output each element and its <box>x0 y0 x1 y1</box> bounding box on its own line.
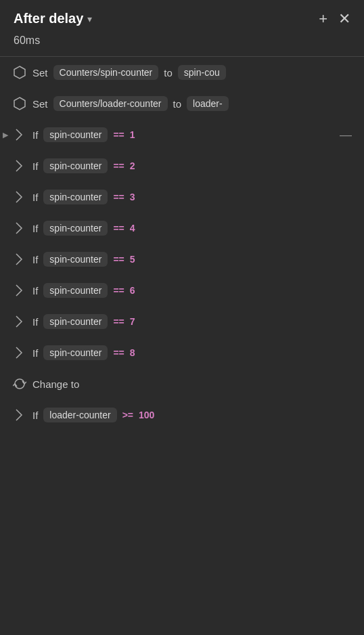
if-variable-7[interactable]: spin-counter <box>43 314 108 329</box>
set-variable-2[interactable]: Counters/loader-counter <box>53 96 168 111</box>
sync-icon <box>12 376 27 391</box>
if-spin-7-row: If spin-counter == 7 <box>0 306 364 337</box>
if-value-1: 1 <box>130 129 135 140</box>
if-keyword-7: If <box>32 316 38 328</box>
set-preposition-2: to <box>173 98 182 110</box>
set-preposition-1: to <box>164 67 173 79</box>
branch-icon-5 <box>12 252 27 267</box>
branch-icon-4 <box>12 221 27 236</box>
if-spin-5-row: If spin-counter == 5 <box>0 244 364 275</box>
branch-icon-8 <box>12 345 27 360</box>
change-to-row: Change to <box>0 368 364 399</box>
if-spin-4-row: If spin-counter == 4 <box>0 213 364 244</box>
if-keyword-4: If <box>32 223 38 234</box>
if-variable-2[interactable]: spin-counter <box>43 158 108 173</box>
row-end-dash-1[interactable]: — <box>340 128 352 142</box>
branch-icon-2 <box>12 158 27 173</box>
collapse-arrow-1[interactable]: ▶ <box>3 131 8 139</box>
if-keyword-1: If <box>32 129 38 141</box>
if-value-2: 2 <box>130 160 135 171</box>
if-spin-1-row: ▶ If spin-counter == 1 — <box>0 119 364 150</box>
if-variable-1[interactable]: spin-counter <box>43 127 108 142</box>
header-right: + ✕ <box>319 12 350 26</box>
branch-icon-9 <box>12 408 27 422</box>
branch-icon-6 <box>12 283 27 298</box>
svg-marker-0 <box>14 66 25 79</box>
if-keyword-6: If <box>32 285 38 297</box>
if-keyword-last: If <box>32 410 38 421</box>
if-variable-4[interactable]: spin-counter <box>43 221 108 236</box>
if-variable-5[interactable]: spin-counter <box>43 252 108 267</box>
if-operator-4: == <box>113 223 124 234</box>
set-verb-1: Set <box>32 67 48 79</box>
if-value-3: 3 <box>130 192 135 202</box>
if-value-7: 7 <box>130 316 135 327</box>
set-loader-counter-row: Set Counters/loader-counter to loader- <box>0 88 364 119</box>
if-spin-6-row: If spin-counter == 6 <box>0 275 364 306</box>
if-variable-8[interactable]: spin-counter <box>43 345 108 360</box>
if-operator-8: == <box>113 347 124 358</box>
if-operator-5: == <box>113 254 124 265</box>
set-spin-counter-row: Set Counters/spin-counter to spin-cou <box>0 57 364 88</box>
if-value-5: 5 <box>130 254 135 265</box>
header-left: After delay ▾ <box>14 11 92 26</box>
set-target-2[interactable]: loader- <box>187 96 229 111</box>
add-icon[interactable]: + <box>319 12 327 26</box>
page-title: After delay <box>14 11 83 26</box>
if-loader-counter-row: If loader-counter >= 100 <box>0 399 364 431</box>
if-operator-3: == <box>113 192 124 202</box>
if-spin-2-row: If spin-counter == 2 <box>0 150 364 181</box>
close-icon[interactable]: ✕ <box>338 12 350 26</box>
svg-marker-1 <box>14 97 25 110</box>
if-value-8: 8 <box>130 347 135 358</box>
if-operator-6: == <box>113 285 124 296</box>
branch-icon-7 <box>12 314 27 329</box>
chevron-down-icon[interactable]: ▾ <box>87 14 92 24</box>
branch-icon-3 <box>12 190 27 204</box>
if-keyword-5: If <box>32 254 38 265</box>
delay-value: 60ms <box>0 35 364 56</box>
set-verb-2: Set <box>32 98 48 110</box>
set-target-1[interactable]: spin-cou <box>178 65 226 80</box>
if-spin-8-row: If spin-counter == 8 <box>0 337 364 368</box>
set-icon-1 <box>12 65 27 80</box>
if-keyword-2: If <box>32 160 38 172</box>
header: After delay ▾ + ✕ <box>0 0 364 35</box>
branch-icon-1 <box>12 127 27 142</box>
if-operator-7: == <box>113 316 124 327</box>
if-operator-last: >= <box>122 410 133 420</box>
if-variable-last[interactable]: loader-counter <box>43 408 116 422</box>
change-to-label: Change to <box>32 378 79 390</box>
if-keyword-8: If <box>32 347 38 359</box>
if-spin-3-row: If spin-counter == 3 <box>0 181 364 213</box>
if-value-6: 6 <box>130 285 135 296</box>
if-value-last: 100 <box>139 410 154 420</box>
if-variable-6[interactable]: spin-counter <box>43 283 108 298</box>
if-value-4: 4 <box>130 223 135 234</box>
if-variable-3[interactable]: spin-counter <box>43 190 108 204</box>
if-keyword-3: If <box>32 192 38 203</box>
set-variable-1[interactable]: Counters/spin-counter <box>53 65 159 80</box>
set-icon-2 <box>12 96 27 111</box>
if-operator-2: == <box>113 160 124 171</box>
if-operator-1: == <box>113 129 124 140</box>
